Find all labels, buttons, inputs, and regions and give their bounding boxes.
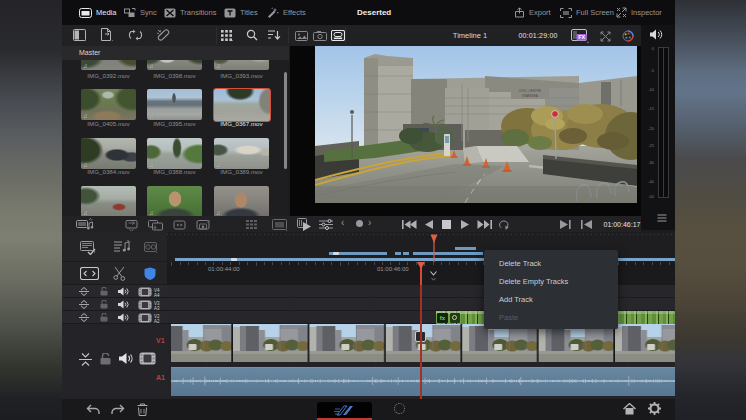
svg-text:FX: FX — [578, 34, 585, 40]
svg-text:CIVIC CENTRE: CIVIC CENTRE — [519, 89, 542, 93]
svg-text:SWANSEA: SWANSEA — [522, 94, 539, 98]
